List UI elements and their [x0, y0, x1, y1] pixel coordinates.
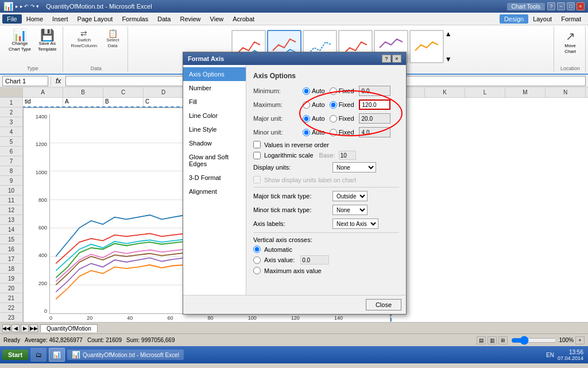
maximum-row: Maximum: Auto Fixed: [253, 99, 399, 110]
nav-line-color[interactable]: Line Color: [183, 109, 246, 122]
minor-auto-label[interactable]: Auto: [303, 129, 325, 136]
move-chart-btn[interactable]: ↗ MoveChart: [559, 28, 582, 56]
minimum-auto-radio[interactable]: [303, 87, 310, 95]
menu-view[interactable]: View: [206, 14, 229, 24]
nav-number[interactable]: Number: [183, 81, 246, 95]
page-layout-btn[interactable]: ▥: [488, 336, 497, 344]
normal-view-btn[interactable]: ▤: [477, 336, 486, 344]
scroll-down-chart[interactable]: ▼: [445, 55, 452, 63]
taskbar-excel-window[interactable]: 📊 QuantityOfMotion.txt - Microsoft Excel: [67, 350, 184, 360]
row-num-21: 21: [0, 293, 22, 303]
menu-format[interactable]: Format: [556, 14, 586, 24]
switch-row-col-btn[interactable]: ⇄ SwitchRow/Column: [68, 28, 100, 50]
select-data-label: SelectData: [106, 37, 119, 48]
menu-layout[interactable]: Layout: [528, 14, 556, 24]
nav-fill[interactable]: Fill: [183, 95, 246, 109]
maximize-btn[interactable]: □: [567, 2, 575, 10]
sheet-tab-active[interactable]: QuantityOfMotion: [40, 324, 98, 332]
nav-axis-options[interactable]: Axis Options: [183, 67, 246, 81]
major-auto-label[interactable]: Auto: [303, 115, 325, 122]
minimum-fixed-input[interactable]: [359, 86, 390, 96]
prev-sheet-btn[interactable]: ◀: [11, 324, 20, 332]
menu-home[interactable]: Home: [22, 14, 48, 24]
minor-auto-radio[interactable]: [303, 129, 310, 136]
x-100: 100: [248, 315, 257, 322]
values-reverse-checkbox[interactable]: [253, 141, 261, 148]
cell-b1[interactable]: A: [63, 98, 103, 108]
menu-page-layout[interactable]: Page Layout: [73, 14, 118, 24]
minor-fixed-label[interactable]: Fixed: [330, 129, 354, 136]
maximum-fixed-label[interactable]: Fixed: [330, 101, 354, 109]
close-dialog-btn[interactable]: Close: [366, 299, 401, 310]
minor-tick-select[interactable]: None Inside Outside Cross: [332, 205, 368, 215]
major-tick-label: Major tick mark type:: [253, 193, 328, 200]
minimum-auto-label[interactable]: Auto: [303, 87, 325, 95]
status-average: Average: 462,8266977: [25, 337, 83, 343]
menu-insert[interactable]: Insert: [48, 14, 73, 24]
next-sheet-btn[interactable]: ▶: [21, 324, 29, 332]
minimize-btn[interactable]: −: [557, 2, 565, 10]
maximum-auto-radio[interactable]: [303, 101, 310, 109]
row-num-6: 6: [0, 147, 22, 156]
menu-formulas[interactable]: Formulas: [117, 14, 153, 24]
axis-labels-select[interactable]: Next to Axis High Low None: [332, 218, 378, 229]
cell-a1[interactable]: tid: [23, 98, 63, 108]
minimum-fixed-radio[interactable]: [330, 87, 337, 95]
automatic-radio[interactable]: [253, 246, 261, 253]
last-sheet-btn[interactable]: ▶▶: [30, 324, 38, 332]
axis-value-label: Axis value:: [264, 256, 295, 263]
minor-fixed-input[interactable]: [359, 127, 390, 137]
major-tick-select[interactable]: None Inside Outside Cross: [332, 191, 368, 201]
menu-acrobat[interactable]: Acrobat: [228, 14, 259, 24]
close-btn[interactable]: ×: [577, 2, 585, 10]
dialog-close-btn[interactable]: ×: [392, 55, 401, 63]
help-btn[interactable]: ?: [547, 2, 555, 10]
col-header-D: D: [144, 87, 184, 97]
axis-value-input[interactable]: [300, 255, 329, 264]
major-fixed-input[interactable]: [359, 113, 390, 124]
minimum-fixed-label[interactable]: Fixed: [330, 87, 354, 95]
zoom-slider[interactable]: [511, 337, 557, 344]
scroll-up-chart[interactable]: ▲: [445, 30, 452, 38]
data-group-label: Data: [91, 64, 102, 71]
save-as-template-btn[interactable]: 💾 Save AsTemplate: [35, 28, 59, 53]
cell-d1[interactable]: C: [144, 98, 184, 108]
menu-review[interactable]: Review: [175, 14, 205, 24]
major-fixed-label[interactable]: Fixed: [330, 115, 354, 122]
cell-c1[interactable]: B: [103, 98, 144, 108]
maximum-fixed-input[interactable]: [359, 99, 390, 110]
name-box[interactable]: [2, 76, 48, 86]
log-base-input[interactable]: [339, 151, 356, 160]
nav-line-style[interactable]: Line Style: [183, 122, 246, 136]
window-controls[interactable]: ? − □ ×: [547, 2, 585, 10]
start-button[interactable]: Start: [2, 350, 28, 360]
nav-3d-format[interactable]: 3-D Format: [183, 171, 246, 185]
show-units-checkbox[interactable]: [253, 176, 261, 183]
display-units-select[interactable]: None Hundreds Thousands Millions: [332, 162, 376, 172]
major-auto-radio[interactable]: [303, 115, 310, 122]
page-break-btn[interactable]: ⊞: [498, 336, 508, 344]
major-fixed-radio[interactable]: [330, 115, 337, 122]
taskbar-excel[interactable]: 📊: [49, 348, 65, 362]
chart-thumb-6[interactable]: [409, 30, 444, 63]
nav-shadow[interactable]: Shadow: [183, 136, 246, 150]
first-sheet-btn[interactable]: ◀◀: [2, 324, 10, 332]
axis-value-radio[interactable]: [253, 256, 261, 264]
zoom-in-btn[interactable]: +: [575, 336, 585, 344]
nav-alignment[interactable]: Alignment: [183, 185, 246, 198]
dialog-help-btn[interactable]: ?: [382, 55, 391, 63]
automatic-row: Automatic: [253, 246, 399, 253]
select-data-btn[interactable]: 📋 SelectData: [101, 28, 124, 50]
taskbar-explorer[interactable]: 🗂: [30, 348, 47, 362]
change-chart-type-btn[interactable]: 📊 ChangeChart Type: [6, 28, 34, 53]
maximum-auto-label[interactable]: Auto: [303, 101, 325, 109]
log-scale-checkbox[interactable]: [253, 152, 261, 159]
maximum-fixed-radio[interactable]: [330, 101, 337, 109]
nav-glow[interactable]: Glow and Soft Edges: [183, 150, 246, 171]
max-axis-radio[interactable]: [253, 267, 261, 274]
format-axis-dialog[interactable]: Format Axis ? × Axis Options Number Fill…: [183, 52, 407, 315]
menu-data[interactable]: Data: [153, 14, 175, 24]
menu-design[interactable]: Design: [500, 14, 528, 24]
minor-fixed-radio[interactable]: [330, 129, 337, 136]
menu-file[interactable]: File: [2, 14, 22, 24]
